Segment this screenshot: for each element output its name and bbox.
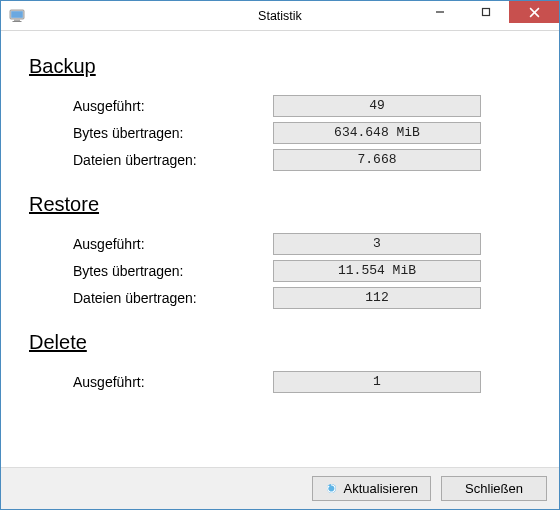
close-button-label: Schließen xyxy=(465,481,523,496)
stat-row: Dateien übertragen: 7.668 xyxy=(29,146,531,173)
refresh-button-label: Aktualisieren xyxy=(344,481,418,496)
stat-label: Ausgeführt: xyxy=(73,374,273,390)
stat-row: Ausgeführt: 3 xyxy=(29,230,531,257)
maximize-button[interactable] xyxy=(463,1,509,23)
stat-row: Ausgeführt: 49 xyxy=(29,92,531,119)
stat-value: 634.648 MiB xyxy=(273,122,481,144)
stat-label: Dateien übertragen: xyxy=(73,290,273,306)
refresh-icon xyxy=(325,482,338,495)
svg-rect-1 xyxy=(11,11,23,18)
section-header-restore: Restore xyxy=(29,193,531,216)
stat-value: 1 xyxy=(273,371,481,393)
stat-row: Bytes übertragen: 634.648 MiB xyxy=(29,119,531,146)
stat-value: 49 xyxy=(273,95,481,117)
svg-rect-2 xyxy=(14,19,20,21)
stat-label: Ausgeführt: xyxy=(73,236,273,252)
minimize-button[interactable] xyxy=(417,1,463,23)
stat-value: 7.668 xyxy=(273,149,481,171)
section-header-backup: Backup xyxy=(29,55,531,78)
stat-label: Dateien übertragen: xyxy=(73,152,273,168)
stat-value: 11.554 MiB xyxy=(273,260,481,282)
stat-row: Dateien übertragen: 112 xyxy=(29,284,531,311)
stat-label: Bytes übertragen: xyxy=(73,263,273,279)
section-header-delete: Delete xyxy=(29,331,531,354)
footer: Aktualisieren Schließen xyxy=(1,467,559,509)
window-frame: Statistik Backup Ausgeführt: 49 Bytes üb… xyxy=(0,0,560,510)
stat-row: Ausgeführt: 1 xyxy=(29,368,531,395)
refresh-button[interactable]: Aktualisieren xyxy=(312,476,431,501)
close-dialog-button[interactable]: Schließen xyxy=(441,476,547,501)
titlebar[interactable]: Statistik xyxy=(1,1,559,31)
close-button[interactable] xyxy=(509,1,559,23)
svg-rect-3 xyxy=(13,21,22,22)
stat-label: Bytes übertragen: xyxy=(73,125,273,141)
stat-value: 112 xyxy=(273,287,481,309)
stat-value: 3 xyxy=(273,233,481,255)
stat-row: Bytes übertragen: 11.554 MiB xyxy=(29,257,531,284)
stat-label: Ausgeführt: xyxy=(73,98,273,114)
app-icon xyxy=(9,8,25,24)
window-controls xyxy=(417,1,559,23)
svg-rect-5 xyxy=(483,9,490,16)
content-area: Backup Ausgeführt: 49 Bytes übertragen: … xyxy=(1,31,559,467)
